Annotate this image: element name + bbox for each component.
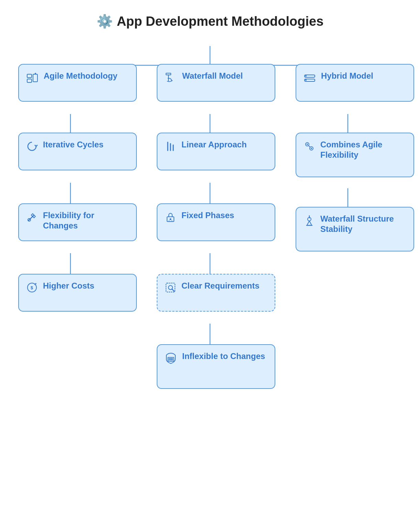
node-highercosts: $ Higher Costs	[18, 274, 137, 312]
agile-label: Agile Methodology	[44, 71, 118, 81]
wfstability-label: Waterfall Structure Stability	[320, 214, 407, 234]
node-hybrid: Hybrid Model	[296, 64, 414, 102]
svg-point-29	[35, 73, 36, 74]
linear-label: Linear Approach	[181, 139, 247, 150]
svg-point-46	[169, 220, 170, 221]
iterative-icon	[26, 140, 38, 155]
hybrid-icon	[303, 71, 316, 87]
clearreq-label: Clear Requirements	[181, 281, 259, 291]
node-clearreq: Clear Requirements	[157, 274, 275, 312]
node-combines: Combines Agile Flexibility	[296, 133, 414, 177]
flexibility-label: Flexibility for Changes	[43, 210, 129, 231]
fixed-icon	[164, 211, 177, 226]
svg-rect-30	[166, 73, 171, 75]
node-wfstability: Waterfall Structure Stability	[296, 207, 414, 251]
svg-point-45	[170, 218, 172, 220]
inflexible-icon	[164, 352, 177, 367]
hybrid-label: Hybrid Model	[321, 71, 373, 81]
svg-point-47	[172, 220, 173, 221]
clearreq-icon	[164, 281, 177, 296]
node-inflexible: Inflexible to Changes	[157, 344, 275, 389]
linear-icon	[164, 140, 177, 155]
waterfall-label: Waterfall Model	[182, 71, 243, 81]
node-iterative: Iterative Cycles	[18, 133, 137, 170]
svg-point-42	[311, 148, 312, 149]
title-icon: ⚙️	[97, 14, 113, 29]
svg-line-40	[309, 146, 310, 147]
highercosts-label: Higher Costs	[43, 281, 94, 291]
title-row: ⚙️ App Development Methodologies	[7, 14, 413, 29]
svg-rect-28	[33, 74, 37, 82]
waterfall-icon	[164, 71, 177, 87]
svg-point-41	[307, 144, 308, 145]
flexibility-icon	[26, 211, 38, 226]
node-agile: Agile Methodology	[18, 64, 137, 102]
svg-rect-27	[27, 79, 32, 82]
svg-point-33	[305, 75, 307, 77]
agile-icon	[26, 71, 39, 87]
inflexible-label: Inflexible to Changes	[182, 351, 265, 361]
page-title: App Development Methodologies	[117, 14, 324, 29]
combines-label: Combines Agile Flexibility	[320, 139, 407, 160]
highercosts-icon: $	[26, 281, 38, 296]
wfstability-icon	[303, 214, 316, 229]
fixed-label: Fixed Phases	[181, 210, 234, 221]
node-fixed: Fixed Phases	[157, 203, 275, 241]
svg-point-34	[305, 79, 307, 81]
nodes-area: Agile Methodology Waterfall Model	[7, 43, 413, 455]
node-linear: Linear Approach	[157, 133, 275, 170]
node-waterfall: Waterfall Model	[157, 64, 275, 102]
node-flexibility: Flexibility for Changes	[18, 203, 137, 241]
svg-line-54	[172, 289, 174, 291]
iterative-label: Iterative Cycles	[43, 139, 103, 150]
diagram-container: ⚙️ App Development Methodologies	[0, 0, 420, 527]
svg-text:$: $	[31, 285, 33, 290]
combines-icon	[303, 140, 316, 155]
svg-rect-26	[27, 74, 32, 78]
